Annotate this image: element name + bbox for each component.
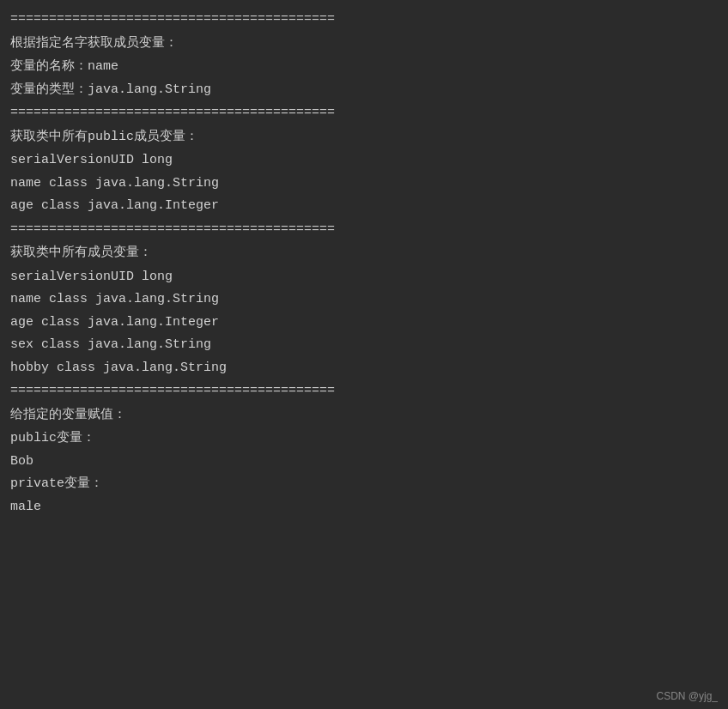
- section3-line5: hobby class java.lang.String: [10, 357, 718, 379]
- section1-title: 根据指定名字获取成员变量：: [10, 33, 718, 55]
- separator-1: ========================================…: [10, 102, 718, 124]
- separator-3: ========================================…: [10, 380, 718, 403]
- section2-line2: name class java.lang.String: [10, 173, 718, 195]
- separator-2: ========================================…: [10, 219, 718, 241]
- section1-line2: 变量的类型：java.lang.String: [10, 79, 718, 101]
- watermark: CSDN @yjg_: [656, 690, 718, 702]
- section3-line2: name class java.lang.String: [10, 288, 718, 311]
- section2-line1: serialVersionUID long: [10, 149, 718, 172]
- console-output: ========================================…: [0, 0, 728, 525]
- section3-line4: sex class java.lang.String: [10, 334, 718, 356]
- section4-title: 给指定的变量赋值：: [10, 404, 718, 427]
- section4-line1: public变量：: [10, 427, 718, 450]
- section3-line1: serialVersionUID long: [10, 266, 718, 288]
- section4-line3: private变量：: [10, 473, 718, 495]
- section2-title: 获取类中所有public成员变量：: [10, 126, 718, 148]
- section1-line1: 变量的名称：name: [10, 56, 718, 78]
- section4-line2: Bob: [10, 451, 718, 473]
- section3-title: 获取类中所有成员变量：: [10, 242, 718, 264]
- section4-line4: male: [10, 496, 718, 518]
- section2-line3: age class java.lang.Integer: [10, 195, 718, 217]
- section3-line3: age class java.lang.Integer: [10, 312, 718, 334]
- separator-top: ========================================…: [10, 9, 718, 31]
